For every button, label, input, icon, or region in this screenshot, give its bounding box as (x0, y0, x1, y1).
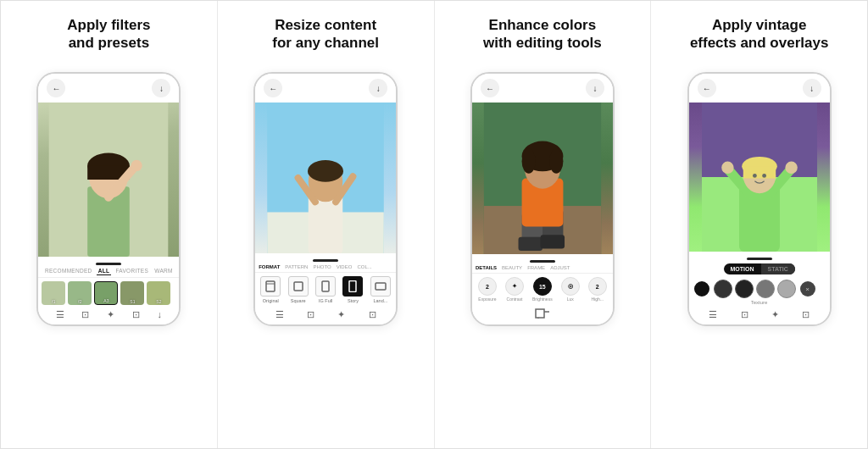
tab-warm[interactable]: WARM (153, 267, 175, 275)
panel3-title: Enhance colorswith editing tools (483, 16, 602, 60)
panel4-title: Apply vintageeffects and overlays (690, 16, 828, 60)
filter-thumb-1[interactable]: f1 (42, 281, 65, 305)
slider-label-lux: Lux (567, 297, 574, 302)
format-label-original: Original (263, 298, 279, 303)
tab-pattern[interactable]: PATTERN (285, 264, 308, 269)
filter-thumbnails: f1 f2 A3 S1 S2 (38, 278, 179, 307)
motion-toggle: MOTION STATIC (724, 263, 795, 274)
icon-image-4[interactable]: ⊡ (741, 309, 748, 320)
effect-circle-1[interactable] (693, 280, 711, 298)
effect-circle-5[interactable] (777, 280, 796, 298)
slider-lux[interactable]: ◎ Lux (561, 277, 580, 302)
icon-down[interactable]: ↓ (157, 309, 162, 320)
panel-vintage: Apply vintageeffects and overlays ← ↓ (651, 1, 867, 448)
effect-circle-4[interactable] (756, 280, 775, 298)
download-button-3[interactable]: ↓ (586, 79, 604, 97)
format-icon-original (260, 276, 281, 297)
icon-star-2[interactable]: ✦ (337, 309, 345, 320)
slider-value-highlights: 2 (588, 277, 607, 296)
phone-image-1 (38, 103, 179, 257)
slider-label-contrast: Contrast (507, 297, 523, 302)
panel-filters: Apply filtersand presets ← ↓ (1, 1, 218, 448)
download-button-1[interactable]: ↓ (152, 79, 170, 97)
tab-video[interactable]: VIDEO (337, 264, 353, 269)
back-button-1[interactable]: ← (47, 79, 65, 97)
panel1-title: Apply filtersand presets (67, 16, 150, 60)
icon-image-2[interactable]: ⊡ (307, 309, 314, 320)
tab-all[interactable]: ALL (97, 267, 112, 275)
filter-tabs: RECOMMENDED ALL FAVORITES WARM (38, 265, 179, 278)
filter-thumb-5[interactable]: S2 (147, 281, 170, 305)
format-original[interactable]: Original (260, 276, 281, 303)
format-story[interactable]: Story (342, 276, 363, 303)
tab-beauty[interactable]: BEAUTY (502, 265, 522, 270)
icon-layers-4[interactable]: ☰ (709, 309, 717, 320)
motion-bar: MOTION STATIC (689, 260, 830, 278)
format-icon-story (342, 276, 363, 297)
slider-value-contrast: ✦ (505, 277, 524, 296)
phone-mockup-4: ← ↓ (687, 72, 832, 326)
filter-thumb-4[interactable]: S1 (120, 281, 144, 305)
effect-circle-2[interactable] (714, 280, 732, 298)
svg-rect-46 (702, 103, 817, 252)
details-tabs: DETAILS BEAUTY FRAME ADJUST (472, 263, 613, 274)
svg-rect-25 (540, 235, 564, 248)
slider-highlights[interactable]: 2 High... (588, 277, 607, 302)
tab-recommended[interactable]: RECOMMENDED (43, 267, 94, 275)
panel2-title: Resize contentfor any channel (272, 16, 379, 60)
icon-grid-4[interactable]: ⊡ (802, 309, 810, 320)
icon-grid[interactable]: ⊡ (132, 309, 140, 320)
sliders-area: 2 Exposure ✦ Contrast 15 Brightness ◎ Lu… (472, 274, 613, 305)
format-label-story: Story (348, 298, 359, 303)
phone-bottom-2: FORMAT PATTERN PHOTO VIDEO COL... Origin… (255, 253, 396, 324)
slider-exposure[interactable]: 2 Exposure (478, 277, 497, 302)
static-option[interactable]: STATIC (761, 263, 795, 274)
format-icon-igfull (315, 276, 336, 297)
phone-bottom-3: DETAILS BEAUTY FRAME ADJUST 2 Exposure ✦… (472, 254, 613, 324)
phone-image-3 (472, 103, 613, 254)
tab-format[interactable]: FORMAT (259, 264, 280, 269)
icon-grid-2[interactable]: ⊡ (369, 309, 376, 320)
tab-frame[interactable]: FRAME (527, 265, 545, 270)
format-label-square: Square (291, 298, 306, 303)
tab-details[interactable]: DETAILS (476, 265, 497, 270)
texture-label: Texture (689, 300, 830, 307)
format-landscape[interactable]: Land... (370, 276, 391, 303)
slider-label-exposure: Exposure (478, 297, 496, 302)
motion-option[interactable]: MOTION (724, 263, 761, 274)
effect-circle-3[interactable] (735, 280, 754, 298)
svg-point-30 (549, 149, 563, 174)
format-tabs: FORMAT PATTERN PHOTO VIDEO COL... (255, 262, 396, 273)
download-button-4[interactable]: ↓ (803, 79, 821, 97)
crop-icon[interactable] (535, 308, 550, 319)
slider-contrast[interactable]: ✦ Contrast (505, 277, 524, 302)
tab-col[interactable]: COL... (357, 264, 371, 269)
icon-image[interactable]: ⊡ (81, 309, 89, 320)
slider-brightness[interactable]: 15 Brightness (532, 277, 553, 302)
tab-favorites[interactable]: FAVORITES (114, 267, 150, 275)
phone-topbar-3: ← ↓ (472, 74, 613, 103)
tab-photo[interactable]: PHOTO (313, 264, 331, 269)
back-button-3[interactable]: ← (481, 79, 499, 97)
phone-topbar-1: ← ↓ (38, 74, 179, 103)
filter-thumb-2[interactable]: f2 (68, 281, 92, 305)
download-button-2[interactable]: ↓ (369, 79, 387, 97)
photo-colors (472, 103, 613, 254)
format-grid: Original Square IG Full (255, 273, 396, 307)
back-button-2[interactable]: ← (264, 79, 282, 97)
format-square[interactable]: Square (288, 276, 309, 303)
phone-image-2 (255, 103, 396, 253)
back-button-4[interactable]: ← (698, 79, 716, 97)
icon-layers[interactable]: ☰ (56, 309, 64, 320)
icon-layers-2[interactable]: ☰ (275, 309, 284, 320)
format-igfull[interactable]: IG Full (315, 276, 336, 303)
icon-star[interactable]: ✦ (107, 309, 114, 320)
close-effects-button[interactable]: × (800, 281, 815, 297)
filter-thumb-3[interactable]: A3 (94, 281, 118, 305)
svg-point-29 (521, 149, 535, 174)
phone-topbar-2: ← ↓ (255, 74, 396, 103)
tab-adjust[interactable]: ADJUST (550, 265, 570, 270)
svg-point-11 (308, 160, 343, 182)
icon-star-4[interactable]: ✦ (771, 309, 779, 320)
phone-icons-bar-2: ☰ ⊡ ✦ ⊡ (255, 307, 396, 323)
